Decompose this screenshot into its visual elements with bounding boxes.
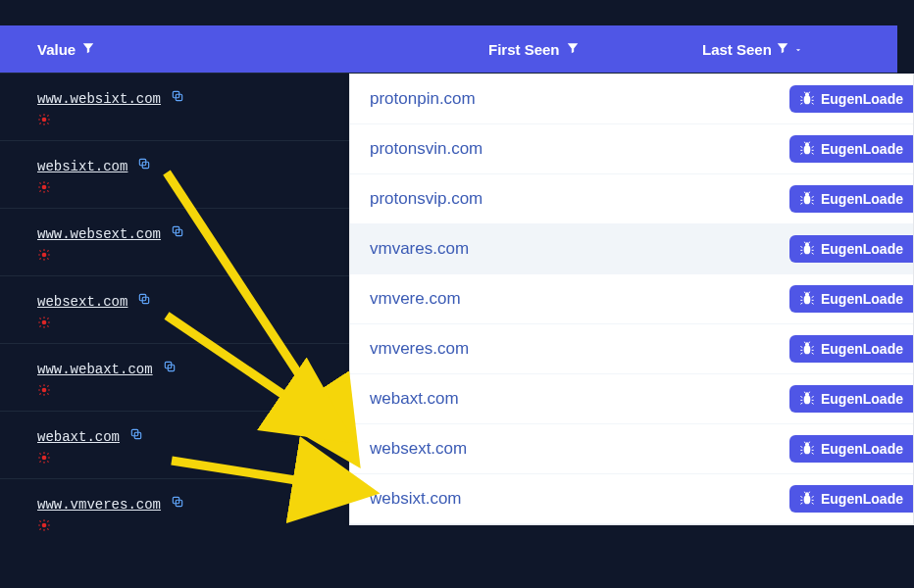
copy-icon[interactable] [169,493,186,511]
malware-icon [37,518,51,532]
filter-icon[interactable] [81,41,95,58]
svg-point-8 [42,253,47,258]
threat-tag-label: EugenLoade [821,241,903,257]
domain-text: protonsvip.com [370,189,482,209]
comparison-panel: protonpin.comEugenLoadeprotonsvin.comEug… [349,74,914,525]
list-item[interactable]: websext.comEugenLoade [350,424,913,474]
svg-point-30 [805,292,809,296]
svg-point-32 [805,342,809,346]
svg-point-28 [805,242,809,246]
svg-point-24 [805,142,809,146]
column-header-last-seen[interactable]: Last Seen [702,41,803,58]
domain-text: websext.com [370,439,467,459]
bug-icon [799,341,815,357]
bug-icon [799,491,815,507]
malware-icon [37,113,51,126]
domain-text: websixt.com [370,489,462,509]
svg-point-5 [42,185,47,190]
domain-link[interactable]: websext.com [37,294,127,310]
column-header-value-label: Value [37,41,76,58]
list-item[interactable]: websixt.comEugenLoade [350,474,913,524]
bug-icon [799,291,815,307]
malware-icon [37,248,51,262]
malware-icon [37,316,51,329]
copy-icon[interactable] [161,358,178,375]
threat-tag-label: EugenLoade [821,391,903,407]
svg-point-36 [805,442,809,446]
malware-icon [37,451,51,465]
svg-point-35 [804,445,811,454]
svg-point-23 [804,145,811,154]
svg-point-27 [804,245,811,254]
svg-point-21 [804,95,811,104]
threat-tag[interactable]: EugenLoade [789,335,913,363]
copy-icon[interactable] [135,155,153,172]
threat-tag[interactable]: EugenLoade [789,435,913,463]
domain-link[interactable]: websixt.com [37,159,127,174]
svg-point-14 [42,388,47,393]
malware-icon [37,383,51,397]
domain-link[interactable]: webaxt.com [37,429,120,445]
list-item[interactable]: vmvere.comEugenLoade [350,274,913,324]
list-item[interactable]: vmveres.comEugenLoade [350,324,913,374]
svg-point-20 [42,523,47,528]
column-header-first-seen[interactable]: First Seen [488,41,702,58]
domain-text: vmveres.com [370,339,469,359]
copy-icon[interactable] [169,222,186,240]
column-header-value[interactable]: Value [0,41,488,58]
threat-tag[interactable]: EugenLoade [789,385,913,413]
threat-tag[interactable]: EugenLoade [789,135,913,163]
list-item[interactable]: vmvares.comEugenLoade [350,224,913,274]
bug-icon [799,141,815,157]
filter-icon[interactable] [566,41,580,58]
sort-desc-icon[interactable] [793,41,803,58]
bug-icon [799,91,815,107]
column-header-last-seen-label: Last Seen [702,41,772,58]
domain-text: protonsvin.com [370,139,482,159]
threat-tag[interactable]: EugenLoade [789,285,913,313]
svg-point-31 [804,345,811,354]
filter-icon[interactable] [776,41,789,58]
domain-link[interactable]: www.webaxt.com [37,362,153,377]
list-item[interactable]: protonsvin.comEugenLoade [350,124,913,174]
domain-text: vmvares.com [370,239,469,259]
svg-point-25 [804,195,811,204]
bug-icon [799,441,815,457]
list-item[interactable]: webaxt.comEugenLoade [350,374,913,424]
table-header-row: Value First Seen Last Seen [0,25,897,73]
threat-tag[interactable]: EugenLoade [789,85,913,113]
list-item[interactable]: protonsvip.comEugenLoade [350,174,913,224]
domain-link[interactable]: www.vmveres.com [37,497,161,513]
copy-icon[interactable] [127,425,145,443]
svg-point-34 [805,392,809,396]
threat-tag[interactable]: EugenLoade [789,235,913,263]
domain-link[interactable]: www.websext.com [37,226,161,242]
threat-tag-label: EugenLoade [821,191,903,207]
svg-point-29 [804,295,811,304]
copy-icon[interactable] [169,87,186,105]
bug-icon [799,241,815,257]
svg-point-38 [805,492,809,496]
list-item[interactable]: protonpin.comEugenLoade [350,74,913,124]
domain-link[interactable]: www.websixt.com [37,91,161,107]
svg-point-26 [805,192,809,196]
threat-tag-label: EugenLoade [821,141,903,157]
domain-text: protonpin.com [370,89,476,109]
domain-text: vmvere.com [370,289,461,309]
threat-tag-label: EugenLoade [821,91,903,107]
domain-text: webaxt.com [370,389,459,409]
svg-point-17 [42,456,47,461]
threat-tag[interactable]: EugenLoade [789,185,913,213]
svg-point-22 [805,92,809,96]
copy-icon[interactable] [135,290,153,308]
threat-tag-label: EugenLoade [821,491,903,507]
bug-icon [799,191,815,207]
bug-icon [799,391,815,407]
threat-tag-label: EugenLoade [821,341,903,357]
svg-point-11 [42,320,47,325]
svg-point-33 [804,395,811,404]
svg-point-37 [804,495,811,504]
svg-point-2 [42,118,47,122]
threat-tag-label: EugenLoade [821,291,903,307]
threat-tag[interactable]: EugenLoade [789,485,913,513]
